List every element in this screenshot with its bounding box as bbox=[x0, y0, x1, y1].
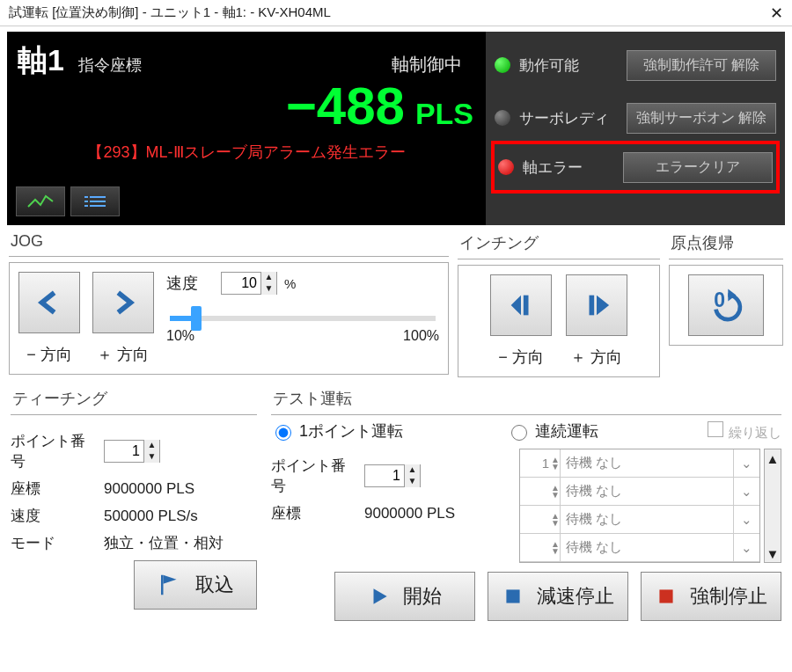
speed-slider[interactable] bbox=[170, 316, 436, 321]
list-item[interactable]: ▲▼待機 なし⌄ bbox=[520, 478, 759, 506]
jog-neg-button[interactable] bbox=[18, 272, 80, 333]
radio-continuous[interactable]: 連続運転 bbox=[507, 420, 598, 442]
teach-point-label: ポイント番号 bbox=[11, 431, 99, 471]
chevron-down-icon[interactable]: ⌄ bbox=[733, 449, 759, 477]
teach-speed-value: 500000 PLS/s bbox=[104, 508, 198, 525]
jog-neg-label: − 方向 bbox=[18, 344, 80, 365]
teach-coord-label: 座標 bbox=[11, 478, 99, 499]
list-item[interactable]: ▲▼待機 なし⌄ bbox=[520, 506, 759, 534]
teach-point-input[interactable] bbox=[105, 443, 143, 459]
list-item[interactable]: 1▲▼待機 なし⌄ bbox=[520, 449, 759, 478]
svg-rect-15 bbox=[506, 589, 519, 603]
list-view-button[interactable] bbox=[70, 186, 120, 216]
chevron-down-icon[interactable]: ⌄ bbox=[733, 534, 759, 561]
force-stop-button[interactable]: 強制停止 bbox=[641, 572, 781, 621]
led-grey-icon bbox=[495, 110, 510, 126]
chevron-down-icon[interactable]: ⌄ bbox=[733, 478, 759, 505]
svg-marker-7 bbox=[511, 296, 521, 316]
scroll-down-icon: ▼ bbox=[765, 544, 781, 562]
command-coord-label: 指令座標 bbox=[78, 55, 142, 76]
test-point-label: ポイント番号 bbox=[271, 456, 359, 496]
svg-text:0: 0 bbox=[714, 289, 725, 311]
spin-down-icon: ▼ bbox=[260, 283, 276, 295]
slider-max-label: 100% bbox=[403, 328, 439, 344]
force-servo-on-release-button[interactable]: 強制サーボオン 解除 bbox=[627, 103, 776, 134]
svg-marker-9 bbox=[597, 296, 609, 316]
inching-title: インチング bbox=[458, 229, 660, 259]
status-row-servo-ready: サーボレディ 強制サーボオン 解除 bbox=[495, 91, 776, 144]
speed-label: 速度 bbox=[166, 273, 198, 294]
led-green-icon bbox=[495, 57, 510, 73]
led-red-icon bbox=[498, 159, 514, 175]
list-spin[interactable]: ▲▼ bbox=[520, 506, 561, 533]
radio-single-point[interactable]: 1ポイント運転 bbox=[271, 420, 403, 442]
list-text: 待機 なし bbox=[561, 455, 733, 471]
sequence-list: 1▲▼待機 なし⌄▲▼待機 なし⌄▲▼待機 なし⌄▲▼待機 なし⌄ bbox=[519, 449, 760, 563]
spin-up-icon: ▲ bbox=[260, 272, 276, 283]
origin-title: 原点復帰 bbox=[669, 229, 783, 259]
svg-rect-0 bbox=[84, 196, 88, 198]
position-value: −488PLS bbox=[7, 76, 473, 136]
error-message: 【293】ML-Ⅲスレーブ局アラーム発生エラー bbox=[7, 142, 486, 163]
jog-pos-button[interactable] bbox=[92, 272, 154, 333]
inching-pos-label: ＋ 方向 bbox=[566, 347, 627, 368]
axis-control-label: 軸制御中 bbox=[392, 53, 462, 77]
status-display: 軸1 指令座標 軸制御中 −488PLS 【293】ML-Ⅲスレーブ局アラーム発… bbox=[7, 32, 785, 225]
list-text: 待機 なし bbox=[561, 483, 733, 500]
scroll-up-icon: ▲ bbox=[765, 449, 781, 467]
teach-get-button[interactable]: 取込 bbox=[134, 560, 257, 610]
close-icon[interactable]: ✕ bbox=[770, 4, 783, 23]
window-title: 試運転 [位置決め制御] - ユニット1 - 軸1: - KV-XH04ML bbox=[9, 4, 770, 21]
inching-neg-label: − 方向 bbox=[490, 347, 552, 368]
test-point-spinner[interactable]: ▲▼ bbox=[364, 464, 421, 487]
axis-label: 軸1 bbox=[18, 40, 64, 81]
teach-mode-label: モード bbox=[11, 533, 99, 553]
list-spin[interactable]: ▲▼ bbox=[520, 534, 561, 561]
status-row-op-enable: 動作可能 強制動作許可 解除 bbox=[495, 39, 776, 91]
teach-coord-value: 9000000 PLS bbox=[104, 480, 194, 498]
teach-mode-value: 独立・位置・相対 bbox=[104, 533, 224, 553]
teach-point-spinner[interactable]: ▲▼ bbox=[104, 440, 160, 463]
force-op-enable-release-button[interactable]: 強制動作許可 解除 bbox=[627, 50, 776, 81]
origin-return-button[interactable]: 0 bbox=[688, 274, 764, 336]
repeat-checkbox[interactable]: 繰り返し bbox=[708, 421, 781, 442]
svg-rect-4 bbox=[90, 201, 106, 202]
slider-thumb[interactable] bbox=[191, 306, 202, 331]
svg-rect-12 bbox=[161, 575, 164, 595]
inching-pos-button[interactable] bbox=[566, 274, 627, 336]
list-scrollbar[interactable]: ▲▼ bbox=[764, 449, 781, 563]
list-item[interactable]: ▲▼待機 なし⌄ bbox=[520, 534, 759, 562]
status-row-axis-error: 軸エラー エラークリア bbox=[491, 141, 780, 194]
speed-spinner[interactable]: ▲▼ bbox=[221, 272, 277, 295]
svg-rect-2 bbox=[84, 205, 88, 207]
inching-neg-button[interactable] bbox=[490, 274, 552, 336]
list-text: 待機 なし bbox=[561, 511, 733, 528]
start-button[interactable]: 開始 bbox=[334, 572, 475, 621]
chevron-down-icon[interactable]: ⌄ bbox=[733, 506, 759, 533]
teach-speed-label: 速度 bbox=[11, 506, 99, 526]
decel-stop-button[interactable]: 減速停止 bbox=[488, 572, 628, 621]
svg-marker-14 bbox=[374, 588, 387, 603]
error-clear-button[interactable]: エラークリア bbox=[623, 152, 773, 183]
svg-marker-13 bbox=[164, 575, 177, 584]
speed-unit: % bbox=[284, 276, 296, 291]
teaching-title: ティーチング bbox=[11, 384, 257, 415]
titlebar: 試運転 [位置決め制御] - ユニット1 - 軸1: - KV-XH04ML ✕ bbox=[0, 0, 792, 26]
list-spin[interactable]: 1▲▼ bbox=[520, 449, 561, 477]
svg-rect-5 bbox=[90, 205, 106, 207]
svg-rect-8 bbox=[590, 296, 595, 316]
test-run-title: テスト運転 bbox=[271, 384, 781, 415]
list-spin[interactable]: ▲▼ bbox=[520, 478, 561, 505]
jog-pos-label: ＋ 方向 bbox=[92, 344, 154, 365]
graph-view-button[interactable] bbox=[16, 186, 65, 216]
svg-rect-3 bbox=[90, 196, 106, 198]
list-text: 待機 なし bbox=[561, 539, 733, 556]
slider-min-label: 10% bbox=[166, 328, 194, 344]
speed-input[interactable] bbox=[222, 275, 260, 291]
svg-rect-6 bbox=[524, 296, 529, 316]
test-coord-value: 9000000 PLS bbox=[364, 505, 455, 522]
test-point-input[interactable] bbox=[365, 468, 404, 484]
test-coord-label: 座標 bbox=[271, 503, 359, 523]
svg-rect-16 bbox=[659, 589, 672, 603]
svg-rect-1 bbox=[84, 201, 88, 202]
